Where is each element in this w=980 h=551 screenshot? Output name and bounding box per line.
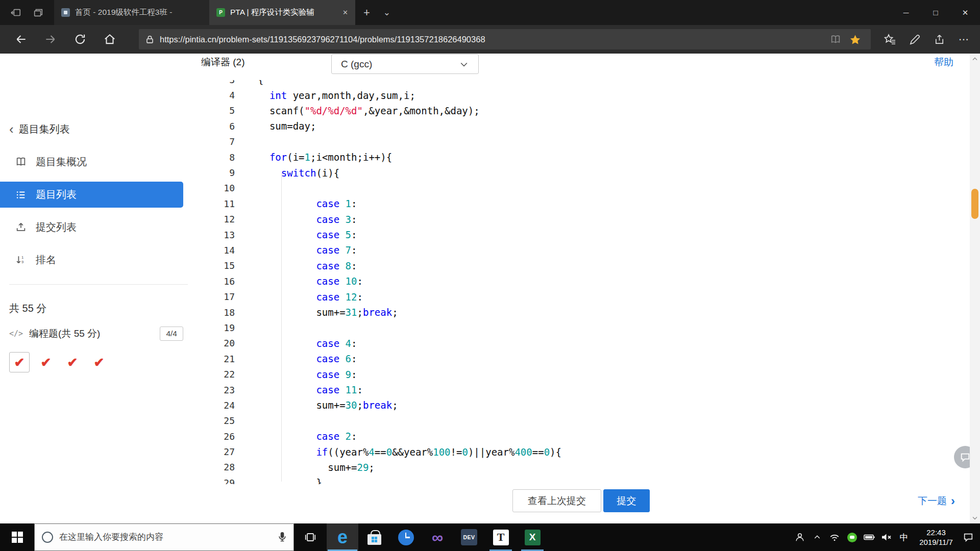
taskbar-devcpp-button[interactable]: DEV [453, 523, 485, 551]
scroll-down-arrow[interactable] [970, 512, 980, 523]
browser-tab-1[interactable]: 首页 - 2019级软件工程3班 - [54, 0, 209, 25]
sidebar-item-submissions[interactable]: 提交列表 [0, 217, 183, 237]
share-icon[interactable] [927, 29, 951, 50]
sidebar-item-overview[interactable]: 题目集概况 [0, 152, 183, 172]
code-line-14[interactable]: 14 case 7: [203, 242, 947, 258]
taskbar-typora-button[interactable]: T [485, 523, 517, 551]
line-number: 13 [203, 230, 235, 240]
tab-list-chevron-icon[interactable]: ⌄ [378, 0, 396, 25]
next-problem-link[interactable]: 下一题 › [918, 494, 955, 508]
taskbar-alarms-clock-button[interactable] [390, 523, 422, 551]
browser-tab-2-active[interactable]: P PTA | 程序设计类实验辅 ✕ [209, 0, 355, 25]
code-line-25[interactable]: 25 [203, 413, 947, 429]
url-text[interactable]: https://pintia.cn/problem-sets/119135692… [160, 35, 826, 44]
start-button[interactable] [0, 523, 34, 551]
code-line-5[interactable]: 5 scanf("%d/%d/%d",&year,&month,&day); [203, 103, 947, 118]
close-window-button[interactable]: ✕ [950, 0, 980, 25]
code-line-9[interactable]: 9 switch(i){ [203, 165, 947, 180]
tray-clock[interactable]: 22:43 2019/11/7 [913, 528, 960, 547]
taskbar-edge-button[interactable]: e [327, 523, 358, 551]
sidebar-item-problem-list[interactable]: 题目列表 [0, 182, 183, 208]
code-line-18[interactable]: 18 sum+=31;break; [203, 305, 947, 320]
code-text: sum+=29; [235, 462, 375, 473]
check-icon: ✔ [41, 355, 52, 370]
ime-indicator[interactable]: 中 [895, 532, 913, 543]
taskbar-store-button[interactable] [358, 523, 390, 551]
book-icon [15, 156, 27, 167]
favorites-hub-icon[interactable] [878, 29, 902, 50]
taskbar-search-box[interactable] [34, 523, 294, 551]
people-icon[interactable] [791, 532, 808, 543]
favorite-star-icon[interactable] [845, 30, 865, 49]
sidebar-item-ranking[interactable]: 19 排名 [0, 249, 183, 270]
problem-2-status[interactable]: ✔ [36, 352, 56, 372]
battery-icon[interactable] [861, 531, 878, 543]
code-line-6[interactable]: 6 sum=day; [203, 118, 947, 134]
search-input[interactable] [59, 532, 263, 542]
microphone-icon[interactable] [277, 531, 287, 545]
code-line-12[interactable]: 12 case 3: [203, 212, 947, 227]
problem-4-status[interactable]: ✔ [89, 352, 109, 372]
typora-icon: T [493, 530, 509, 545]
refresh-button[interactable] [74, 33, 87, 46]
code-line-22[interactable]: 22 case 9: [203, 366, 947, 382]
code-line-28[interactable]: 28 sum+=29; [203, 460, 947, 475]
taskbar-excel-button[interactable]: X [517, 523, 548, 551]
code-line-20[interactable]: 20 case 4: [203, 336, 947, 351]
tray-chevron-up-icon[interactable] [808, 533, 826, 541]
task-view-button[interactable] [294, 523, 327, 551]
code-line-19[interactable]: 19 [203, 320, 947, 335]
code-line-3[interactable]: 3{ [203, 80, 947, 87]
scrollbar-thumb[interactable] [971, 189, 978, 219]
view-last-submission-button[interactable]: 查看上次提交 [512, 489, 601, 512]
action-center-icon[interactable] [960, 532, 977, 543]
set-tabs-aside-icon[interactable] [10, 7, 21, 18]
home-button[interactable] [103, 33, 116, 46]
code-line-15[interactable]: 15 case 8: [203, 258, 947, 273]
problem-1-status-current[interactable]: ✔ [9, 352, 30, 372]
programming-section-row[interactable]: </> 编程题(共 55 分) 4/4 [9, 324, 188, 343]
code-line-10[interactable]: 10 [203, 181, 947, 196]
code-line-16[interactable]: 16 case 10: [203, 273, 947, 289]
browser-scrollbar[interactable] [970, 54, 980, 523]
code-editor[interactable]: 3{4 int year,month,day,sum,i;5 scanf("%d… [203, 80, 947, 484]
code-line-24[interactable]: 24 sum+=30;break; [203, 397, 947, 413]
code-line-17[interactable]: 17 case 12: [203, 289, 947, 304]
web-note-pen-icon[interactable] [902, 29, 927, 50]
problem-3-status[interactable]: ✔ [62, 352, 83, 372]
wechat-tray-icon[interactable] [843, 533, 861, 542]
reading-view-icon[interactable] [826, 30, 845, 49]
submit-button[interactable]: 提交 [603, 489, 650, 512]
back-to-problem-sets[interactable]: ‹ 题目集列表 [9, 120, 70, 138]
code-line-27[interactable]: 27 if((year%4==0&&year%100!=0)||year%400… [203, 444, 947, 459]
clock-app-icon [398, 530, 414, 545]
compiler-dropdown[interactable]: C (gcc) [331, 54, 479, 74]
back-button[interactable] [14, 33, 28, 46]
wifi-icon[interactable] [826, 532, 843, 543]
maximize-button[interactable]: □ [921, 0, 950, 25]
code-line-21[interactable]: 21 case 6: [203, 351, 947, 366]
address-bar[interactable]: https://pintia.cn/problem-sets/119135692… [139, 29, 871, 49]
help-link[interactable]: 帮助 [934, 56, 953, 69]
tab-close-icon[interactable]: ✕ [340, 9, 348, 16]
code-line-23[interactable]: 23 case 11: [203, 382, 947, 397]
scroll-up-arrow[interactable] [970, 54, 980, 65]
minimize-button[interactable]: ─ [891, 0, 921, 25]
check-icon: ✔ [94, 355, 105, 370]
code-line-26[interactable]: 26 case 2: [203, 429, 947, 444]
line-number: 27 [203, 446, 235, 457]
code-line-11[interactable]: 11 case 1: [203, 196, 947, 211]
volume-muted-icon[interactable] [878, 531, 895, 543]
code-line-13[interactable]: 13 case 5: [203, 227, 947, 242]
new-tab-button[interactable]: + [355, 0, 378, 25]
more-menu-icon[interactable]: ⋯ [951, 29, 976, 50]
taskbar-visual-studio-button[interactable]: ∞ [422, 523, 453, 551]
code-line-29[interactable]: 29 } [203, 475, 947, 484]
tabs-set-aside-icon[interactable] [33, 7, 44, 18]
code-line-4[interactable]: 4 int year,month,day,sum,i; [203, 87, 947, 103]
back-label: 题目集列表 [19, 122, 70, 136]
code-line-8[interactable]: 8 for(i=1;i<month;i++){ [203, 149, 947, 165]
excel-icon: X [525, 530, 541, 545]
code-line-7[interactable]: 7 [203, 134, 947, 149]
forward-button[interactable] [44, 33, 57, 46]
